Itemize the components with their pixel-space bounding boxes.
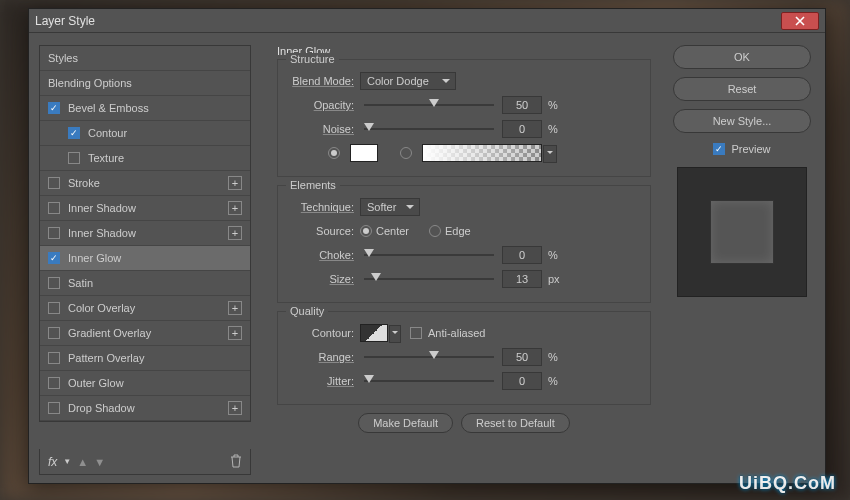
sidebar-item-gradient-overlay[interactable]: Gradient Overlay+ <box>40 321 250 346</box>
structure-group: Structure Blend Mode: Color Dodge Opacit… <box>277 59 651 177</box>
anti-aliased-label: Anti-aliased <box>428 327 485 339</box>
sidebar-footer: fx▼ ▲ ▼ <box>39 449 251 475</box>
layer-style-dialog: Layer Style Styles Blending Options Beve… <box>28 8 826 484</box>
reset-button[interactable]: Reset <box>673 77 811 101</box>
effect-checkbox[interactable] <box>48 352 60 364</box>
effect-checkbox[interactable] <box>48 302 60 314</box>
new-style-button[interactable]: New Style... <box>673 109 811 133</box>
sidebar-item-label: Stroke <box>68 177 228 189</box>
effect-checkbox[interactable] <box>48 227 60 239</box>
contour-swatch[interactable] <box>360 324 388 342</box>
technique-select[interactable]: Softer <box>360 198 420 216</box>
move-down-icon[interactable]: ▼ <box>94 456 105 468</box>
sidebar-item-outer-glow[interactable]: Outer Glow <box>40 371 250 396</box>
effect-checkbox[interactable] <box>48 252 60 264</box>
color-swatch[interactable] <box>350 144 378 162</box>
reset-default-button[interactable]: Reset to Default <box>461 413 570 433</box>
sidebar-item-label: Inner Glow <box>68 252 242 264</box>
fx-menu[interactable]: fx <box>48 455 57 469</box>
sidebar-item-drop-shadow[interactable]: Drop Shadow+ <box>40 396 250 421</box>
preview-thumbnail <box>677 167 807 297</box>
effect-checkbox[interactable] <box>48 327 60 339</box>
contour-dropdown-icon[interactable] <box>389 325 401 343</box>
sidebar-item-inner-glow[interactable]: Inner Glow <box>40 246 250 271</box>
slider-thumb-icon <box>429 99 439 112</box>
add-effect-icon[interactable]: + <box>228 176 242 190</box>
move-up-icon[interactable]: ▲ <box>77 456 88 468</box>
sidebar-item-bevel-emboss[interactable]: Bevel & Emboss <box>40 96 250 121</box>
sidebar-item-texture[interactable]: Texture <box>40 146 250 171</box>
jitter-unit: % <box>548 375 564 387</box>
preview-checkbox[interactable] <box>713 143 725 155</box>
size-input[interactable]: 13 <box>502 270 542 288</box>
add-effect-icon[interactable]: + <box>228 201 242 215</box>
effect-checkbox[interactable] <box>48 402 60 414</box>
effect-checkbox[interactable] <box>48 102 60 114</box>
slider-thumb-icon <box>371 273 381 286</box>
effect-checkbox[interactable] <box>48 177 60 189</box>
blend-mode-select[interactable]: Color Dodge <box>360 72 456 90</box>
choke-input[interactable]: 0 <box>502 246 542 264</box>
sidebar-item-label: Texture <box>88 152 242 164</box>
choke-slider[interactable] <box>364 248 494 262</box>
sidebar-item-contour[interactable]: Contour <box>40 121 250 146</box>
effect-checkbox[interactable] <box>68 152 80 164</box>
sidebar-header-styles[interactable]: Styles <box>40 46 250 71</box>
slider-thumb-icon <box>364 123 374 136</box>
range-slider[interactable] <box>364 350 494 364</box>
source-edge-radio[interactable] <box>429 225 441 237</box>
size-slider[interactable] <box>364 272 494 286</box>
anti-aliased-checkbox[interactable] <box>410 327 422 339</box>
sidebar-label: Blending Options <box>48 77 242 89</box>
effect-checkbox[interactable] <box>48 377 60 389</box>
add-effect-icon[interactable]: + <box>228 301 242 315</box>
technique-value: Softer <box>367 201 396 213</box>
sidebar-item-label: Color Overlay <box>68 302 228 314</box>
elements-legend: Elements <box>286 179 340 191</box>
sidebar-item-stroke[interactable]: Stroke+ <box>40 171 250 196</box>
jitter-input[interactable]: 0 <box>502 372 542 390</box>
effect-checkbox[interactable] <box>68 127 80 139</box>
add-effect-icon[interactable]: + <box>228 401 242 415</box>
slider-thumb-icon <box>364 249 374 262</box>
effect-checkbox[interactable] <box>48 202 60 214</box>
noise-label: Noise: <box>288 123 360 135</box>
opacity-input[interactable]: 50 <box>502 96 542 114</box>
gradient-dropdown-icon[interactable] <box>543 145 557 163</box>
add-effect-icon[interactable]: + <box>228 326 242 340</box>
sidebar-item-inner-shadow[interactable]: Inner Shadow+ <box>40 221 250 246</box>
sidebar-header-blending[interactable]: Blending Options <box>40 71 250 96</box>
sidebar-item-label: Inner Shadow <box>68 227 228 239</box>
gradient-radio[interactable] <box>400 147 412 159</box>
ok-button[interactable]: OK <box>673 45 811 69</box>
window-title: Layer Style <box>35 14 95 28</box>
jitter-label: Jitter: <box>288 375 360 387</box>
blend-mode-label: Blend Mode: <box>288 75 360 87</box>
watermark: UiBQ.CoM <box>739 473 836 494</box>
effect-checkbox[interactable] <box>48 277 60 289</box>
make-default-button[interactable]: Make Default <box>358 413 453 433</box>
sidebar-item-satin[interactable]: Satin <box>40 271 250 296</box>
range-label: Range: <box>288 351 360 363</box>
size-unit: px <box>548 273 564 285</box>
elements-group: Elements Technique: Softer Source: Cente… <box>277 185 651 303</box>
quality-group: Quality Contour: Anti-aliased Range: 50 … <box>277 311 651 405</box>
sidebar-item-color-overlay[interactable]: Color Overlay+ <box>40 296 250 321</box>
jitter-slider[interactable] <box>364 374 494 388</box>
slider-thumb-icon <box>429 351 439 364</box>
noise-input[interactable]: 0 <box>502 120 542 138</box>
range-input[interactable]: 50 <box>502 348 542 366</box>
source-center-radio[interactable] <box>360 225 372 237</box>
choke-unit: % <box>548 249 564 261</box>
gradient-swatch[interactable] <box>422 144 542 162</box>
choke-label: Choke: <box>288 249 360 261</box>
trash-icon[interactable] <box>230 454 242 470</box>
add-effect-icon[interactable]: + <box>228 226 242 240</box>
color-radio[interactable] <box>328 147 340 159</box>
noise-slider[interactable] <box>364 122 494 136</box>
opacity-slider[interactable] <box>364 98 494 112</box>
close-button[interactable] <box>781 12 819 30</box>
sidebar-item-pattern-overlay[interactable]: Pattern Overlay <box>40 346 250 371</box>
sidebar-item-inner-shadow[interactable]: Inner Shadow+ <box>40 196 250 221</box>
range-unit: % <box>548 351 564 363</box>
